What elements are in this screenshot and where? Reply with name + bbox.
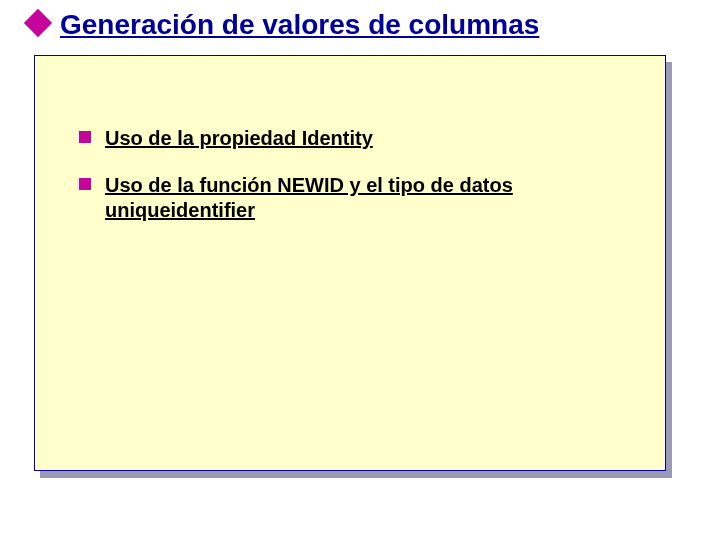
list-item-label: Uso de la propiedad Identity	[105, 126, 373, 151]
title-row: Generación de valores de columnas	[0, 10, 720, 41]
list-item: Uso de la función NEWID y el tipo de dat…	[79, 173, 625, 223]
square-bullet-icon	[79, 131, 91, 143]
content-box: Uso de la propiedad Identity Uso de la f…	[34, 55, 666, 471]
square-bullet-icon	[79, 178, 91, 190]
diamond-bullet-icon	[24, 9, 52, 37]
slide-title: Generación de valores de columnas	[60, 10, 539, 41]
list-item: Uso de la propiedad Identity	[79, 126, 625, 151]
slide: Generación de valores de columnas Uso de…	[0, 0, 720, 540]
list-item-label: Uso de la función NEWID y el tipo de dat…	[105, 173, 605, 223]
